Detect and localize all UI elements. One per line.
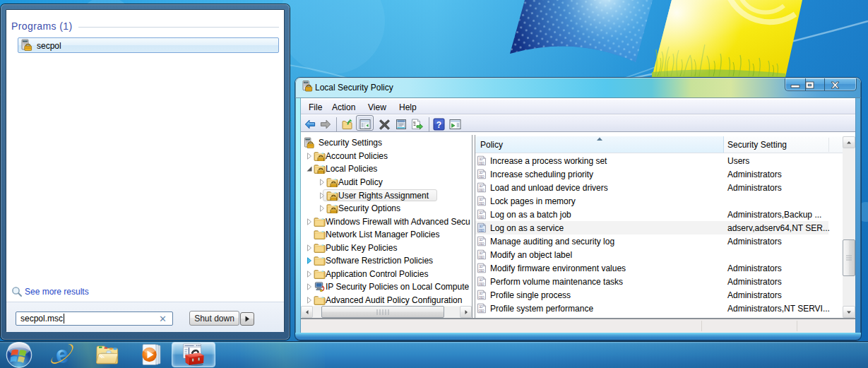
svg-text:?: ? bbox=[436, 120, 441, 130]
